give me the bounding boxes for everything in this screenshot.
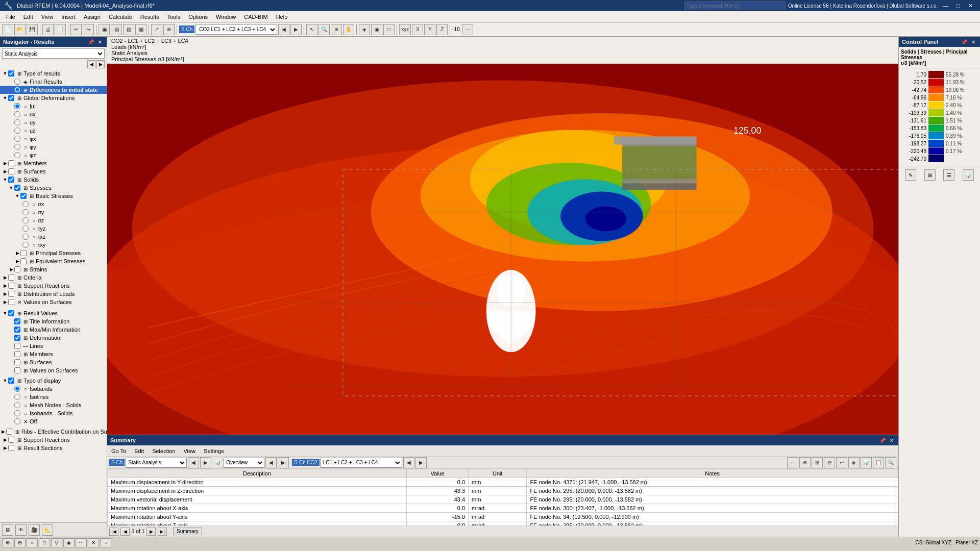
- menu-options[interactable]: Options: [184, 13, 212, 21]
- isolines-item[interactable]: ○ Isolines: [0, 393, 107, 401]
- sz-radio[interactable]: [22, 217, 29, 223]
- mesh-nodes-radio[interactable]: [14, 402, 20, 408]
- final-results-item[interactable]: ◈ Final Results: [0, 78, 107, 86]
- menu-cadbim[interactable]: CAD-BIM: [240, 13, 272, 21]
- sum-tool7-btn[interactable]: 📊: [861, 457, 872, 468]
- sum-tool9-btn[interactable]: 🔍: [885, 457, 896, 468]
- save-btn[interactable]: 💾: [27, 24, 38, 35]
- sum-last-btn[interactable]: ▶|: [158, 528, 167, 536]
- differences-radio[interactable]: [14, 87, 20, 93]
- cp-pin-btn[interactable]: 📌: [960, 39, 969, 45]
- bottom-btn8[interactable]: ✕: [88, 538, 99, 547]
- load-combo-toolbar[interactable]: CO2 LC1 + LC2 + LC3 + LC4: [195, 24, 277, 35]
- equivalent-expand[interactable]: ▶: [14, 258, 20, 264]
- zoom-btn[interactable]: 🔍: [318, 24, 330, 35]
- nav-bottom-btn2[interactable]: 👁: [15, 524, 27, 536]
- mesh-nodes-solids-item[interactable]: ○ Mesh Nodes - Solids: [0, 401, 107, 409]
- uz-item[interactable]: ○ uz: [0, 127, 107, 135]
- phiy-radio[interactable]: [14, 144, 20, 150]
- sum-next-btn[interactable]: ▶: [200, 457, 211, 468]
- sum-analysis-combo[interactable]: Static Analysis: [126, 458, 187, 468]
- principal-stresses-item[interactable]: ▶ ⊞ Principal Stresses: [0, 249, 107, 257]
- pan-btn[interactable]: ✋: [343, 24, 354, 35]
- legend-edit-btn[interactable]: ✎: [905, 169, 916, 181]
- sum-tool3-btn[interactable]: ⊞: [812, 457, 823, 468]
- view2-btn[interactable]: ▤: [111, 24, 122, 35]
- print2-btn[interactable]: 📑: [55, 24, 66, 35]
- vos-expand[interactable]: ▶: [2, 299, 8, 305]
- rv-surfaces-item[interactable]: ⊞ Surfaces: [0, 358, 107, 366]
- rv-vos-item[interactable]: ⊞ Values on Surfaces: [0, 366, 107, 374]
- sz-item[interactable]: ○ σz: [0, 216, 107, 224]
- type-of-display-header[interactable]: ▼ ⊞ Type of display: [0, 377, 107, 385]
- print-btn[interactable]: 🖨: [42, 24, 54, 35]
- equivalent-check[interactable]: [20, 258, 27, 264]
- nav-next-btn[interactable]: ▶: [96, 60, 105, 68]
- title-info-check[interactable]: [14, 318, 20, 324]
- menu-view[interactable]: View: [37, 13, 58, 21]
- expand-icon[interactable]: ▼: [2, 70, 8, 77]
- type-of-results-header[interactable]: ▼ ⊞ Type of results: [0, 69, 107, 78]
- sx-item[interactable]: ○ σx: [0, 200, 107, 208]
- render2-btn[interactable]: ◉: [371, 24, 382, 35]
- basic-stresses-check[interactable]: [20, 193, 27, 199]
- nav-bottom-btn4[interactable]: 📐: [42, 524, 53, 536]
- off-radio[interactable]: [14, 418, 20, 424]
- render3-btn[interactable]: □: [383, 24, 395, 35]
- close-button[interactable]: ✕: [965, 2, 976, 10]
- ux-item[interactable]: ○ ux: [0, 110, 107, 118]
- isobands-solids-item[interactable]: ○ Isobands - Solids: [0, 409, 107, 417]
- max-min-item[interactable]: ⊞ Max/Min Information: [0, 325, 107, 334]
- view-menu[interactable]: View: [181, 447, 198, 455]
- uy-item[interactable]: ○ uy: [0, 118, 107, 127]
- basic-stresses-expand[interactable]: ▼: [14, 193, 20, 199]
- render-btn[interactable]: ◈: [359, 24, 370, 35]
- ribs-item[interactable]: ▶ ⊞ Ribs - Effective Contribution on Sur…: [0, 428, 107, 436]
- type-of-results-check[interactable]: [8, 70, 14, 77]
- sum-next2-btn[interactable]: ▶: [278, 457, 289, 468]
- lines-check[interactable]: [14, 343, 20, 349]
- summary-pin-btn[interactable]: 📌: [878, 437, 887, 444]
- isobands-solids-radio[interactable]: [14, 410, 20, 416]
- criteria-check[interactable]: [8, 274, 14, 281]
- deform-expand[interactable]: ▼: [2, 95, 8, 101]
- uz-radio[interactable]: [14, 128, 20, 134]
- nsr-expand[interactable]: ▶: [2, 437, 8, 443]
- sum-prev-btn[interactable]: ◀: [188, 457, 199, 468]
- sy-radio[interactable]: [22, 209, 29, 215]
- tool2-btn[interactable]: ⊕: [163, 24, 175, 35]
- summary-close-btn[interactable]: ✕: [888, 437, 895, 444]
- menu-calculate[interactable]: Calculate: [105, 13, 136, 21]
- summary-tab[interactable]: Summary: [173, 528, 202, 535]
- txy-item[interactable]: ○ τxy: [0, 241, 107, 249]
- sum-next-page-btn[interactable]: ▶: [146, 528, 156, 536]
- sum-prev-page-btn[interactable]: ◀: [120, 528, 130, 536]
- result-values-check[interactable]: [8, 310, 14, 316]
- sum-prev2-btn[interactable]: ◀: [265, 457, 277, 468]
- legend-chart-btn[interactable]: 📊: [963, 169, 974, 181]
- menu-insert[interactable]: Insert: [57, 13, 80, 21]
- rs-expand[interactable]: ▶: [2, 445, 8, 451]
- loads-check[interactable]: [8, 291, 14, 297]
- goto-menu[interactable]: Go To: [109, 447, 128, 455]
- sum-overview-combo[interactable]: Overview: [224, 458, 264, 468]
- sum-load-next-btn[interactable]: ▶: [415, 457, 427, 468]
- global-deformations-check[interactable]: [8, 95, 14, 101]
- tyz-item[interactable]: ○ τyz: [0, 224, 107, 233]
- distribution-of-loads-item[interactable]: ▶ ⊞ Distribution of Loads: [0, 290, 107, 298]
- isolines-radio[interactable]: [14, 394, 20, 400]
- next-load-btn[interactable]: ▶: [290, 24, 302, 35]
- surfaces-item[interactable]: ▶ ⊞ Surfaces: [0, 167, 107, 176]
- txy-radio[interactable]: [22, 242, 29, 248]
- global-deformations-item[interactable]: ▼ ⊞ Global Deformations: [0, 94, 107, 102]
- lines-item[interactable]: — Lines: [0, 342, 107, 350]
- sum-tool1-btn[interactable]: ↔: [787, 457, 798, 468]
- phix-radio[interactable]: [14, 136, 20, 142]
- solids-check[interactable]: [8, 177, 14, 183]
- zoom2-btn[interactable]: ⊕: [331, 24, 342, 35]
- axis-btn[interactable]: xyz: [399, 24, 411, 35]
- maximize-button[interactable]: □: [953, 2, 963, 10]
- nav-bottom-btn3[interactable]: 🎥: [29, 524, 40, 536]
- loads-expand[interactable]: ▶: [2, 291, 8, 297]
- cursor-btn[interactable]: ↖: [306, 24, 317, 35]
